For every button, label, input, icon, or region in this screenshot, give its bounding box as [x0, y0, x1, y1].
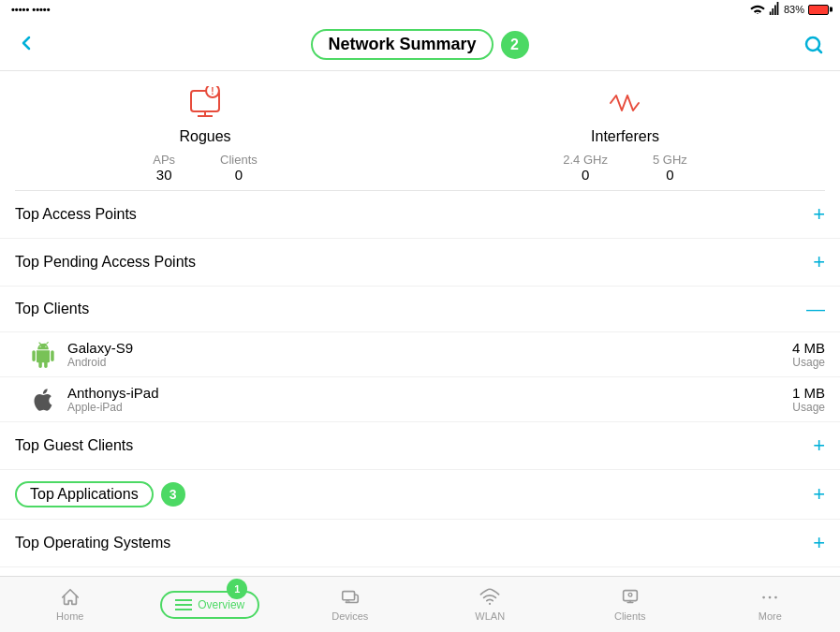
top-apps-left: Top Applications 3 [15, 481, 185, 507]
stats-section: ! Rogues APs 30 Clients 0 [0, 71, 840, 190]
svg-rect-13 [623, 591, 637, 601]
signal-icon [769, 2, 780, 17]
list-item-top-wlans[interactable]: Top WLANs + [0, 567, 840, 576]
interferers-24ghz: 2.4 GHz 0 [563, 153, 608, 183]
tab-more[interactable]: More [700, 577, 841, 632]
list-item-top-access-points[interactable]: Top Access Points + [0, 191, 840, 239]
header-center: Network Summary 2 [52, 29, 788, 60]
status-right: 83% [750, 2, 829, 17]
back-button[interactable] [15, 32, 52, 58]
wifi-icon-tab [479, 587, 500, 608]
header-badge: 2 [501, 31, 529, 59]
devices-icon [340, 587, 361, 608]
tab-clients[interactable]: Clients [560, 577, 700, 632]
wifi-icon [750, 3, 765, 16]
client-info-ipad: Anthonys-iPad Apple-iPad [67, 385, 792, 414]
svg-point-16 [769, 596, 772, 599]
interferers-cols: 2.4 GHz 0 5 GHz 0 [563, 153, 687, 183]
top-applications-label: Top Applications [15, 481, 154, 507]
apple-icon [30, 387, 56, 413]
search-button[interactable] [788, 34, 825, 56]
svg-text:!: ! [211, 86, 214, 96]
svg-point-15 [762, 596, 765, 599]
header: Network Summary 2 [0, 19, 840, 71]
menu-icon [175, 598, 192, 611]
list-item-top-clients[interactable]: Top Clients — [0, 287, 840, 332]
interferers-group: Interferers 2.4 GHz 0 5 GHz 0 [563, 86, 687, 183]
carrier-text: ••••• ••••• [11, 4, 51, 15]
interferers-title: Interferers [591, 128, 659, 145]
status-bar: ••••• ••••• 83% [0, 0, 840, 19]
tab-home-label: Home [56, 610, 83, 622]
tab-wlan-label: WLAN [475, 610, 505, 622]
list-item-top-applications[interactable]: Top Applications 3 + [0, 470, 840, 520]
plus-icon-top-applications: + [813, 484, 825, 505]
svg-point-14 [628, 593, 632, 596]
plus-icon-pending: + [813, 252, 825, 272]
tab-wlan[interactable]: WLAN [420, 577, 561, 632]
client-item-galaxy-s9[interactable]: Galaxy-S9 Android 4 MB Usage [0, 332, 840, 377]
svg-rect-11 [346, 601, 349, 602]
client-info-galaxy: Galaxy-S9 Android [67, 340, 792, 369]
home-icon [60, 587, 81, 608]
plus-icon-access-points: + [813, 204, 825, 225]
tab-bar: Home 1 Overview Devices WLAN [0, 576, 840, 632]
clients-icon [620, 587, 641, 608]
plus-icon-guest-clients: + [813, 435, 825, 456]
client-item-anthonys-ipad[interactable]: Anthonys-iPad Apple-iPad 1 MB Usage [0, 377, 840, 422]
tab-devices[interactable]: Devices [280, 577, 420, 632]
svg-point-12 [489, 603, 491, 605]
tab-clients-label: Clients [614, 610, 646, 622]
interferer-icon [607, 86, 644, 123]
list-item-top-guest-clients[interactable]: Top Guest Clients + [0, 422, 840, 470]
tab-overview[interactable]: 1 Overview [140, 577, 281, 632]
android-icon [30, 342, 56, 368]
interferers-5ghz: 5 GHz 0 [653, 153, 687, 183]
list-item-top-operating-systems[interactable]: Top Operating Systems + [0, 520, 840, 567]
list-item-top-pending-access-points[interactable]: Top Pending Access Points + [0, 239, 840, 287]
rogues-cols: APs 30 Clients 0 [153, 153, 258, 183]
client-usage-galaxy: 4 MB Usage [792, 340, 825, 369]
battery-text: 83% [784, 4, 804, 15]
tab-home[interactable]: Home [0, 577, 140, 632]
plus-icon-operating-systems: + [813, 533, 825, 553]
rogues-title: Rogues [179, 128, 230, 145]
minus-icon-clients: — [806, 300, 825, 318]
more-icon [759, 587, 780, 608]
client-usage-ipad: 1 MB Usage [792, 385, 825, 414]
tab-more-label: More [759, 610, 782, 622]
tab-overview-label: Overview [198, 598, 244, 611]
svg-point-17 [774, 596, 777, 599]
main-content: ! Rogues APs 30 Clients 0 [0, 71, 840, 576]
rogue-icon: ! [186, 86, 224, 123]
page-title: Network Summary [311, 29, 493, 60]
tab-devices-label: Devices [332, 610, 368, 622]
rogues-clients: Clients 0 [220, 153, 258, 183]
top-applications-badge: 3 [161, 482, 185, 507]
rogues-aps: APs 30 [153, 153, 175, 183]
battery-icon [808, 5, 829, 15]
svg-rect-10 [343, 592, 355, 600]
rogues-group: ! Rogues APs 30 Clients 0 [153, 86, 258, 183]
